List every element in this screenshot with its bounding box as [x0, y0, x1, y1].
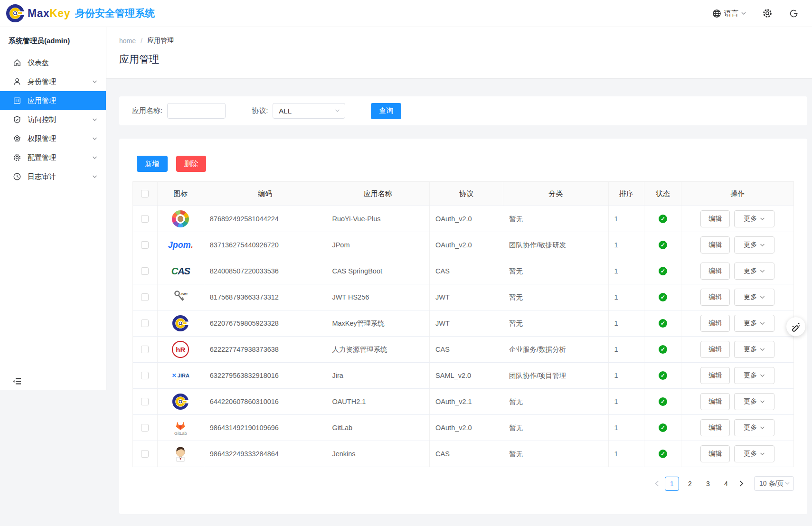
edit-button[interactable]: 编辑 — [700, 236, 730, 254]
chevron-down-icon — [760, 244, 765, 247]
row-checkbox[interactable] — [141, 346, 149, 353]
app-order: 1 — [609, 206, 645, 232]
app-status-cell: ✓ — [644, 363, 681, 388]
sidebar-item-config[interactable]: 配置管理 — [0, 148, 106, 167]
protocol-select[interactable]: ALL — [273, 103, 345, 119]
app-header: MaxKey 身份安全管理系统 语言 — [0, 0, 812, 27]
delete-button[interactable]: 删除 — [176, 156, 206, 172]
row-checkbox[interactable] — [141, 398, 149, 405]
edit-button[interactable]: 编辑 — [700, 367, 730, 384]
more-button[interactable]: 更多 — [734, 236, 774, 254]
more-button[interactable]: 更多 — [734, 315, 774, 332]
table-header-row: 图标 编码 应用名称 协议 分类 排序 状态 操作 — [133, 182, 793, 206]
app-icon-cell: JWT — [158, 284, 204, 310]
page-number-1[interactable]: 1 — [665, 477, 679, 491]
more-button[interactable]: 更多 — [734, 393, 774, 410]
edit-button[interactable]: 编辑 — [700, 289, 730, 306]
menu-fold-icon[interactable] — [12, 376, 23, 386]
breadcrumb-separator: / — [141, 37, 142, 45]
row-checkbox[interactable] — [141, 424, 149, 432]
chevron-down-icon — [92, 80, 97, 84]
sidebar-item-dashboard[interactable]: 仪表盘 — [0, 53, 106, 72]
sidebar-item-label: 应用管理 — [28, 96, 56, 105]
app-name: MaxKey管理系统 — [326, 310, 430, 336]
sidebar-item-audit[interactable]: 日志审计 — [0, 167, 106, 186]
app-status-cell: ✓ — [644, 258, 681, 284]
page-next-icon[interactable] — [735, 480, 747, 487]
app-name-input[interactable] — [167, 103, 226, 119]
add-button[interactable]: 新增 — [137, 156, 168, 172]
row-actions: 编辑更多 — [681, 337, 793, 362]
sidebar-item-access[interactable]: 访问控制 — [0, 110, 106, 129]
row-checkbox[interactable] — [141, 215, 149, 223]
app-protocol: JWT — [430, 284, 503, 310]
chevron-down-icon — [92, 156, 97, 160]
row-checkbox[interactable] — [141, 241, 149, 249]
page-prev-icon[interactable] — [651, 480, 663, 487]
sidebar-item-label: 权限管理 — [28, 134, 56, 143]
sidebar-item-apps[interactable]: 应用管理 — [0, 91, 106, 110]
sidebar-item-permission[interactable]: 权限管理 — [0, 129, 106, 148]
more-button[interactable]: 更多 — [734, 289, 774, 306]
column-header-icon: 图标 — [158, 182, 204, 206]
more-button[interactable]: 更多 — [734, 419, 774, 436]
search-button[interactable]: 查询 — [371, 103, 401, 119]
app-icon-cell — [158, 389, 204, 414]
settings-gear-icon[interactable] — [762, 8, 773, 19]
app-status-cell: ✓ — [644, 389, 681, 414]
edit-button[interactable]: 编辑 — [700, 341, 730, 358]
more-button[interactable]: 更多 — [734, 210, 774, 227]
edit-button[interactable]: 编辑 — [700, 419, 730, 436]
logout-icon[interactable] — [789, 9, 799, 19]
page-number-2[interactable]: 2 — [683, 477, 697, 491]
app-icon-maxkey — [172, 393, 189, 410]
edit-button[interactable]: 编辑 — [700, 315, 730, 332]
more-button[interactable]: 更多 — [734, 263, 774, 280]
edit-button[interactable]: 编辑 — [700, 393, 730, 410]
protocol-select-value: ALL — [279, 107, 292, 115]
more-button[interactable]: 更多 — [734, 445, 774, 462]
app-order: 1 — [609, 337, 645, 362]
row-checkbox[interactable] — [141, 450, 149, 458]
row-select-cell — [133, 258, 158, 284]
brand-key: Key — [49, 7, 70, 19]
page-size-select[interactable]: 10 条/页 — [754, 476, 794, 491]
app-name: 人力资源管理系统 — [326, 337, 430, 362]
page-number-4[interactable]: 4 — [719, 477, 733, 491]
page-number-3[interactable]: 3 — [701, 477, 715, 491]
edit-button[interactable]: 编辑 — [700, 210, 730, 227]
breadcrumb-home-link[interactable]: home — [119, 37, 136, 45]
more-button[interactable]: 更多 — [734, 367, 774, 384]
row-select-cell — [133, 284, 158, 310]
app-code: 986431492190109696 — [204, 415, 327, 441]
sidebar-item-identity[interactable]: 身份管理 — [0, 72, 106, 91]
language-dropdown[interactable]: 语言 — [712, 9, 746, 18]
app-protocol: CAS — [430, 258, 503, 284]
edit-button[interactable]: 编辑 — [700, 263, 730, 280]
sidebar-menu: 仪表盘身份管理应用管理访问控制权限管理配置管理日志审计 — [0, 53, 106, 186]
row-select-cell — [133, 232, 158, 258]
table-card: 新增 删除 图标 编码 应用名称 协议 分类 排序 状态 操作 87689249… — [119, 139, 807, 514]
app-protocol: CAS — [430, 441, 503, 467]
app-status-cell: ✓ — [644, 232, 681, 258]
status-enabled-icon: ✓ — [659, 423, 667, 432]
magic-wand-button[interactable] — [786, 317, 805, 336]
row-checkbox[interactable] — [141, 319, 149, 327]
app-code: 876892492581044224 — [204, 206, 327, 232]
row-checkbox[interactable] — [141, 293, 149, 301]
app-protocol: OAuth_v2.1 — [430, 389, 503, 414]
chevron-down-icon — [760, 452, 765, 456]
app-category: 暂无 — [503, 389, 609, 414]
select-all-checkbox[interactable] — [141, 190, 149, 197]
brand-subtitle: 身份安全管理系统 — [75, 7, 155, 20]
row-select-cell — [133, 206, 158, 232]
more-button[interactable]: 更多 — [734, 341, 774, 358]
app-category: 团队协作/敏捷研发 — [503, 232, 609, 258]
app-protocol: OAuth_v2.0 — [430, 415, 503, 441]
app-icon-cell: hR — [158, 337, 204, 362]
edit-button[interactable]: 编辑 — [700, 445, 730, 462]
row-checkbox[interactable] — [141, 372, 149, 379]
more-label: 更多 — [744, 397, 757, 406]
row-checkbox[interactable] — [141, 267, 149, 275]
protocol-label: 协议: — [252, 106, 268, 115]
